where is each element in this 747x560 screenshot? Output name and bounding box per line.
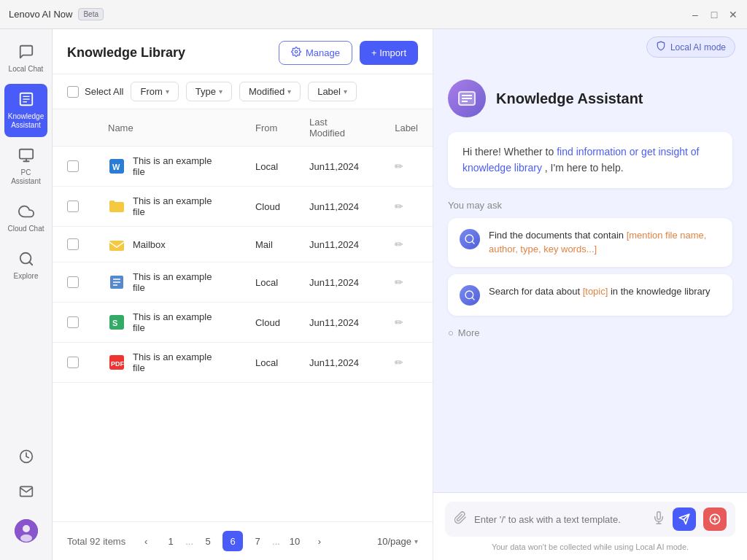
modified-filter[interactable]: Modified ▾ <box>239 82 301 101</box>
input-row <box>445 502 735 537</box>
sidebar-item-pc-assistant[interactable]: PC Assistant <box>4 140 47 193</box>
avatar[interactable] <box>4 513 47 548</box>
row-checkbox[interactable] <box>67 316 79 328</box>
select-all-checkbox[interactable] <box>67 86 79 98</box>
suggestion-text-2: Search for data about [topic] in the kno… <box>489 284 711 299</box>
table-row: S This is an example file Cloud Jun11,20… <box>53 303 433 343</box>
beta-badge: Beta <box>78 8 104 20</box>
history-button[interactable] <box>4 443 47 472</box>
titlebar: Lenovo AI Now Beta – □ ✕ <box>0 0 747 29</box>
file-icon-4: S <box>108 314 125 331</box>
row-label-1[interactable]: ✏ <box>380 187 433 227</box>
suggestion-card-1[interactable]: Find the documents that contain [mention… <box>448 218 732 267</box>
row-label-5[interactable]: ✏ <box>380 343 433 383</box>
page-1-button[interactable]: 1 <box>160 531 181 551</box>
row-checkbox-2[interactable] <box>53 227 93 262</box>
select-all-label: Select All <box>85 86 123 97</box>
svg-point-11 <box>23 525 30 532</box>
extra-button[interactable] <box>703 508 727 531</box>
row-checkbox-3[interactable] <box>53 262 93 303</box>
attachment-button[interactable] <box>454 511 467 528</box>
table-row: Mailbox Mail Jun11,2024 ✏ <box>53 227 433 262</box>
from-filter[interactable]: From ▾ <box>131 82 178 101</box>
header-actions: Manage + Import <box>279 41 418 65</box>
row-checkbox[interactable] <box>67 160 79 172</box>
pc-assistant-icon <box>18 147 34 166</box>
svg-rect-16 <box>109 241 124 251</box>
row-name-1: This is an example file <box>93 187 241 227</box>
edit-icon-1[interactable]: ✏ <box>395 201 403 212</box>
titlebar-controls: – □ ✕ <box>690 9 738 20</box>
row-checkbox-5[interactable] <box>53 343 93 383</box>
edit-icon-5[interactable]: ✏ <box>395 357 403 368</box>
row-checkbox[interactable] <box>67 201 79 212</box>
row-checkbox-0[interactable] <box>53 147 93 187</box>
main-content: Knowledge Library Manage + Import <box>53 29 433 560</box>
label-filter[interactable]: Label ▾ <box>308 82 357 101</box>
edit-icon-0[interactable]: ✏ <box>395 160 403 172</box>
page-5-button[interactable]: 5 <box>198 531 218 551</box>
chevron-down-icon: ▾ <box>219 88 222 96</box>
user-avatar[interactable] <box>15 519 38 542</box>
row-checkbox[interactable] <box>67 238 79 250</box>
edit-icon-4[interactable]: ✏ <box>395 316 403 328</box>
page-7-button[interactable]: 7 <box>247 531 268 551</box>
row-modified-1: Jun11,2024 <box>295 187 380 227</box>
table-header-checkbox <box>53 109 93 147</box>
send-button[interactable] <box>673 508 696 531</box>
sidebar-label-cloud-chat: Cloud Chat <box>7 225 44 233</box>
page-6-button[interactable]: 6 <box>222 531 243 551</box>
local-ai-mode-badge[interactable]: Local AI mode <box>646 36 735 58</box>
sidebar-item-knowledge-assistant[interactable]: Knowledge Assistant <box>4 84 47 137</box>
row-label-3[interactable]: ✏ <box>380 262 433 303</box>
prev-page-button[interactable]: ‹ <box>136 531 156 551</box>
row-checkbox-4[interactable] <box>53 303 93 343</box>
type-filter[interactable]: Type ▾ <box>186 82 232 101</box>
row-label-4[interactable]: ✏ <box>380 303 433 343</box>
edit-icon-2[interactable]: ✏ <box>395 238 403 250</box>
file-name-5: This is an example file <box>133 351 226 373</box>
cloud-chat-icon <box>18 203 34 222</box>
sidebar-item-local-chat[interactable]: Local Chat <box>4 36 47 81</box>
chat-input[interactable] <box>474 514 645 525</box>
manage-button[interactable]: Manage <box>279 41 352 65</box>
mail-button[interactable] <box>4 478 47 508</box>
suggestion-card-2[interactable]: Search for data about [topic] in the kno… <box>448 274 732 316</box>
maximize-button[interactable]: □ <box>709 9 719 20</box>
row-from-0: Local <box>241 147 295 187</box>
row-checkbox-1[interactable] <box>53 187 93 227</box>
table-row: W This is an example file Local Jun11,20… <box>53 147 433 187</box>
close-button[interactable]: ✕ <box>728 9 738 20</box>
voice-button[interactable] <box>652 511 665 528</box>
table-header-modified: Last Modified <box>295 109 380 147</box>
page-10-button[interactable]: 10 <box>285 531 305 551</box>
more-button[interactable]: ○ More <box>433 323 747 343</box>
row-label-2[interactable]: ✏ <box>380 227 433 262</box>
sidebar-item-cloud-chat[interactable]: Cloud Chat <box>4 196 47 241</box>
minimize-button[interactable]: – <box>690 9 700 20</box>
row-checkbox[interactable] <box>67 276 79 288</box>
import-button[interactable]: + Import <box>360 41 418 65</box>
main-header: Knowledge Library Manage + Import <box>53 29 433 74</box>
assistant-header: Knowledge Assistant <box>433 65 747 117</box>
right-panel: Local AI mode Knowledge Assistant Hi the… <box>433 29 747 560</box>
row-checkbox[interactable] <box>67 357 79 368</box>
file-table: Name From Last Modified Label W This is … <box>53 109 433 383</box>
row-name-2: Mailbox <box>93 227 241 262</box>
next-page-button[interactable]: › <box>309 531 330 551</box>
sidebar-label-pc-assistant: PC Assistant <box>7 168 44 186</box>
knowledge-assistant-icon <box>18 91 34 109</box>
row-label-0[interactable]: ✏ <box>380 147 433 187</box>
edit-icon-3[interactable]: ✏ <box>395 276 403 288</box>
row-modified-4: Jun11,2024 <box>295 303 380 343</box>
svg-line-32 <box>472 298 474 300</box>
suggestion-icon-2 <box>460 285 480 306</box>
per-page-label: 10/page <box>377 536 411 547</box>
row-modified-5: Jun11,2024 <box>295 343 380 383</box>
svg-text:S: S <box>112 319 117 327</box>
suggestion-text-1: Find the documents that contain [mention… <box>489 228 721 257</box>
per-page-selector[interactable]: 10/page ▾ <box>377 536 418 547</box>
row-modified-3: Jun11,2024 <box>295 262 380 303</box>
app-title: Lenovo AI Now <box>9 9 72 20</box>
sidebar-item-explore[interactable]: Explore <box>4 244 47 288</box>
